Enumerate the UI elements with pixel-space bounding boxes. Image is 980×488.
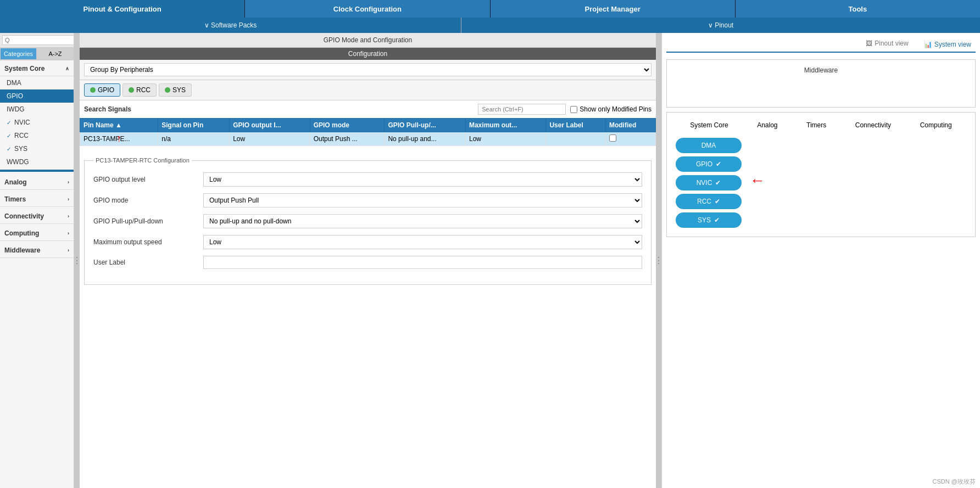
sidebar-section-timers: Timers ›: [0, 191, 74, 208]
left-divider[interactable]: ⋮: [74, 33, 80, 488]
th-max-output[interactable]: Maximum out...: [465, 119, 545, 132]
show-modified-checkbox[interactable]: [570, 106, 577, 113]
th-gpio-mode[interactable]: GPIO mode: [310, 119, 385, 132]
sidebar-section-computing-label: Computing: [4, 229, 39, 237]
sidebar-item-dma[interactable]: DMA: [0, 76, 74, 89]
connectivity-collapse-icon: ›: [68, 214, 69, 219]
system-core-collapse-icon: ∧: [65, 66, 69, 71]
sidebar-item-iwdg[interactable]: IWDG: [0, 103, 74, 116]
system-view-cols: System Core Analog Timers Connectivity C…: [676, 121, 966, 129]
timers-collapse-icon: ›: [68, 197, 69, 202]
pc13-config-section: PC13-TAMPER-RTC Configuration GPIO outpu…: [84, 157, 652, 285]
sv-btn-sys[interactable]: SYS ✔: [676, 212, 742, 228]
tab-system-view[interactable]: 📊 System view: [920, 37, 976, 53]
gpio-dot: [90, 87, 96, 93]
sidebar-item-nvic[interactable]: NVIC: [0, 116, 74, 129]
config-label-pullup: GPIO Pull-up/Pull-down: [93, 217, 203, 225]
pinout-nav[interactable]: ∨ Pinout: [461, 18, 980, 33]
cell-max-output: Low: [465, 132, 545, 146]
sidebar-section-analog-label: Analog: [4, 178, 27, 186]
tab-pinout-view[interactable]: 🖼 Pinout view: [861, 37, 912, 49]
th-user-label[interactable]: User Label: [546, 119, 606, 132]
th-pin-name[interactable]: Pin Name ▲: [80, 119, 158, 132]
sidebar-search-bar: [0, 33, 74, 48]
tab-sys[interactable]: SYS: [159, 83, 192, 97]
signal-search-row: Search Signals Show only Modified Pins: [80, 100, 656, 118]
sidebar-item-wwdg[interactable]: WWDG: [0, 155, 74, 169]
table-row[interactable]: PC13-TAMPE... ↑ n/a Low Output Push ... …: [80, 132, 656, 146]
gpio-pullup-select[interactable]: No pull-up and no pull-down: [203, 214, 642, 228]
computing-collapse-icon: ›: [68, 231, 69, 236]
software-packs-nav[interactable]: ∨ Software Packs: [0, 18, 461, 33]
sidebar-item-rcc[interactable]: RCC: [0, 129, 74, 142]
top-nav: Pinout & Configuration Clock Configurati…: [0, 0, 980, 18]
sidebar-tab-atoz[interactable]: A->Z: [37, 48, 74, 60]
sidebar-item-sys[interactable]: SYS: [0, 142, 74, 155]
group-by-select[interactable]: Group By Peripherals: [84, 63, 652, 76]
sidebar-section-system-core-header[interactable]: System Core ∧: [0, 61, 74, 76]
tab-rcc[interactable]: RCC: [122, 83, 157, 97]
middleware-collapse-icon: ›: [68, 248, 69, 253]
max-output-speed-select[interactable]: Low: [203, 235, 642, 249]
sv-btn-dma-label: DMA: [701, 142, 716, 149]
sidebar-section-timers-header[interactable]: Timers ›: [0, 192, 74, 207]
sidebar: Categories A->Z System Core ∧ DMA GPIO I…: [0, 33, 74, 488]
nav-project-manager[interactable]: Project Manager: [491, 0, 736, 18]
group-by-row: Group By Peripherals: [80, 60, 656, 80]
sidebar-search-input[interactable]: [2, 35, 74, 45]
user-label-input[interactable]: [203, 256, 642, 269]
config-row-pullup: GPIO Pull-up/Pull-down No pull-up and no…: [93, 214, 642, 228]
signal-search-input[interactable]: [478, 104, 566, 115]
th-gpio-output[interactable]: GPIO output I...: [230, 119, 310, 132]
sys-dot: [165, 87, 170, 93]
sidebar-tab-categories[interactable]: Categories: [0, 48, 37, 60]
tab-gpio[interactable]: GPIO: [84, 83, 120, 97]
nav-clock-config[interactable]: Clock Configuration: [245, 0, 490, 18]
pc13-legend: PC13-TAMPER-RTC Configuration: [93, 157, 192, 164]
nav-tools[interactable]: Tools: [736, 0, 980, 18]
system-view-box: System Core Analog Timers Connectivity C…: [666, 112, 976, 237]
sidebar-section-computing-header[interactable]: Computing ›: [0, 226, 74, 241]
sidebar-section-system-core: System Core ∧ DMA GPIO IWDG NVIC RCC SYS…: [0, 60, 74, 174]
gpio-mode-select[interactable]: Output Push Pull: [203, 193, 642, 207]
col-system-core: System Core: [690, 121, 728, 129]
nav-pinout-config[interactable]: Pinout & Configuration: [0, 0, 245, 18]
cell-gpio-mode: Output Push ...: [310, 132, 385, 146]
right-divider[interactable]: ⋮: [656, 33, 661, 488]
gpio-output-level-select[interactable]: Low: [203, 172, 642, 187]
search-signals-label: Search Signals: [84, 105, 131, 113]
cell-user-label: [546, 132, 606, 146]
tab-rcc-label: RCC: [136, 86, 151, 94]
sv-btn-dma[interactable]: DMA: [676, 138, 742, 153]
sv-btn-gpio[interactable]: GPIO ✔: [676, 156, 742, 172]
config-row-output-level: GPIO output level Low: [93, 172, 642, 187]
col-computing: Computing: [920, 121, 952, 129]
right-panel-tabs: 🖼 Pinout view 📊 System view: [666, 37, 976, 53]
col-connectivity: Connectivity: [855, 121, 891, 129]
th-modified[interactable]: Modified: [605, 119, 655, 132]
rcc-dot: [129, 87, 134, 93]
sidebar-tabs: Categories A->Z: [0, 48, 74, 60]
right-panel: 🖼 Pinout view 📊 System view Middleware S…: [661, 33, 980, 488]
system-core-buttons: DMA GPIO ✔ NVIC ✔ RCC ✔: [676, 138, 753, 228]
sv-btn-rcc-label: RCC: [697, 198, 711, 205]
middleware-box: Middleware: [666, 59, 976, 108]
th-gpio-pullup[interactable]: GPIO Pull-up/...: [385, 119, 466, 132]
tab-sys-label: SYS: [172, 86, 186, 94]
system-view-icon: 📊: [924, 41, 932, 48]
th-signal-on-pin[interactable]: Signal on Pin: [158, 119, 230, 132]
sv-btn-rcc-check: ✔: [715, 198, 720, 205]
modified-checkbox[interactable]: [609, 134, 616, 142]
middleware-content: [673, 78, 968, 100]
sidebar-section-connectivity-header[interactable]: Connectivity ›: [0, 209, 74, 224]
sidebar-section-middleware-label: Middleware: [4, 246, 40, 254]
sv-btn-rcc[interactable]: RCC ✔: [676, 194, 742, 209]
sidebar-section-analog-header[interactable]: Analog ›: [0, 175, 74, 190]
pinout-view-icon: 🖼: [866, 40, 872, 47]
system-view-buttons-container: DMA GPIO ✔ NVIC ✔ RCC ✔: [676, 138, 966, 228]
center-header: GPIO Mode and Configuration: [80, 33, 656, 48]
sidebar-section-analog: Analog ›: [0, 174, 74, 191]
sidebar-section-middleware-header[interactable]: Middleware ›: [0, 243, 74, 258]
sidebar-item-gpio[interactable]: GPIO: [0, 89, 74, 103]
sv-btn-nvic[interactable]: NVIC ✔: [676, 175, 742, 190]
